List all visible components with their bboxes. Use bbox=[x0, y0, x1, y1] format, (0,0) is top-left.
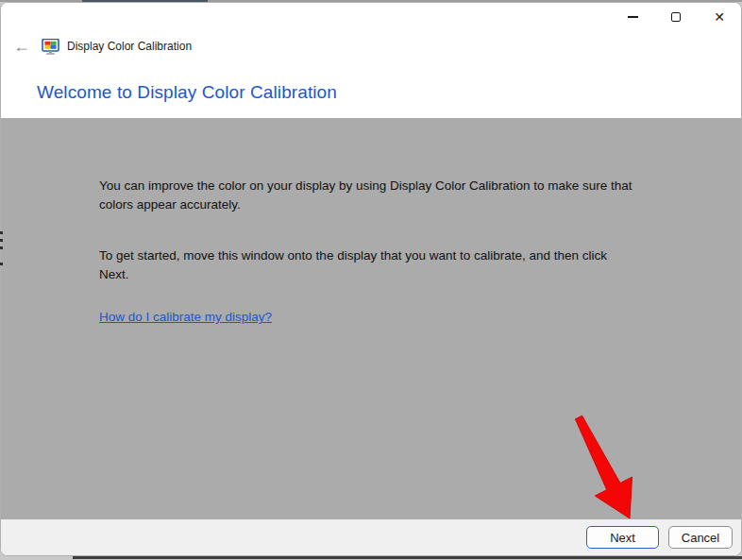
minimize-icon bbox=[628, 16, 638, 17]
wizard-navbar: ← Display Color Calibration bbox=[1, 31, 741, 61]
back-arrow-icon[interactable]: ← bbox=[13, 38, 38, 55]
left-edge-artifact bbox=[0, 263, 3, 265]
left-edge-artifact bbox=[0, 231, 3, 234]
close-icon: ✕ bbox=[714, 10, 725, 24]
maximize-icon bbox=[671, 12, 681, 22]
instructions-paragraph: To get started, move this window onto th… bbox=[99, 246, 647, 284]
left-edge-artifact bbox=[0, 246, 3, 249]
display-color-calibration-window: ✕ ← Display Color Calibration Welcome to… bbox=[0, 2, 742, 556]
next-button[interactable]: Next bbox=[586, 526, 659, 549]
wizard-content: You can improve the color on your displa… bbox=[1, 118, 741, 519]
intro-paragraph: You can improve the color on your displa… bbox=[99, 177, 647, 214]
minimize-button[interactable] bbox=[611, 3, 654, 31]
heading-row: Welcome to Display Color Calibration bbox=[1, 61, 741, 118]
help-link[interactable]: How do I calibrate my display? bbox=[99, 310, 272, 324]
maximize-button[interactable] bbox=[654, 3, 698, 31]
left-edge-artifact bbox=[0, 239, 3, 242]
display-color-calibration-icon bbox=[42, 39, 59, 55]
titlebar[interactable]: ✕ bbox=[1, 3, 741, 31]
wizard-title: Display Color Calibration bbox=[67, 40, 192, 53]
page-title: Welcome to Display Color Calibration bbox=[37, 82, 741, 103]
close-button[interactable]: ✕ bbox=[698, 3, 741, 31]
wizard-footer: Next Cancel bbox=[1, 519, 741, 555]
background-window-edge-bottom bbox=[73, 556, 742, 559]
cancel-button[interactable]: Cancel bbox=[668, 526, 733, 549]
window-controls: ✕ bbox=[611, 3, 741, 31]
